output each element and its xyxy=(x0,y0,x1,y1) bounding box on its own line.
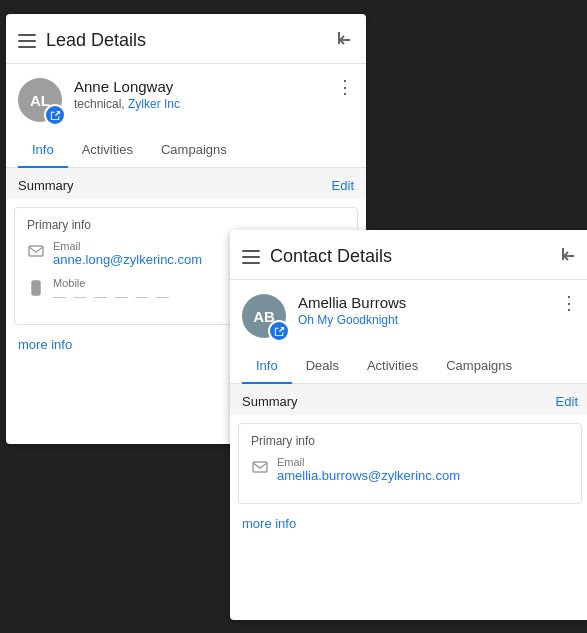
contact-hamburger-icon[interactable] xyxy=(242,250,260,264)
lead-mobile-content: Mobile — — — — — — xyxy=(53,277,171,304)
contact-sub: Oh My Goodknight xyxy=(298,313,578,327)
lead-more-info-link[interactable]: more info xyxy=(6,333,84,360)
lead-contact-name: Anne Longway xyxy=(74,78,354,95)
contact-collapse-icon[interactable] xyxy=(558,244,578,269)
contact-contact-row: AB Amellia Burrows Oh My Goodknight ⋮ xyxy=(230,280,587,348)
contact-tabs: Info Deals Activities Campaigns xyxy=(230,348,587,384)
contact-card-header: Contact Details xyxy=(230,230,587,280)
lead-contact-sub: technical, Zylker Inc xyxy=(74,97,354,111)
contact-card-title: Contact Details xyxy=(270,246,392,267)
lead-edit-link[interactable]: Edit xyxy=(332,178,354,193)
contact-more-btn[interactable]: ⋮ xyxy=(560,294,578,312)
contact-tab-activities[interactable]: Activities xyxy=(353,348,432,383)
contact-summary-bar: Summary Edit xyxy=(230,384,587,415)
lead-card-title: Lead Details xyxy=(46,30,146,51)
contact-tab-campaigns[interactable]: Campaigns xyxy=(432,348,526,383)
contact-primary-info-label: Primary info xyxy=(251,434,569,448)
svg-point-4 xyxy=(35,292,37,294)
contact-email-icon xyxy=(251,458,269,476)
contact-avatar-wrap: AB xyxy=(242,294,286,338)
svg-rect-2 xyxy=(29,246,43,256)
contact-company-link[interactable]: Oh My Goodknight xyxy=(298,313,398,327)
lead-tab-activities[interactable]: Activities xyxy=(68,132,147,167)
collapse-icon[interactable] xyxy=(334,28,354,53)
contact-summary-label: Summary xyxy=(242,394,298,409)
lead-tab-campaigns[interactable]: Campaigns xyxy=(147,132,241,167)
lead-contact-row: AL Anne Longway technical, Zylker Inc ⋮ xyxy=(6,64,366,132)
svg-rect-7 xyxy=(253,462,267,472)
contact-more-info-link[interactable]: more info xyxy=(230,512,308,539)
lead-email-label: Email xyxy=(53,240,202,252)
contact-header-left: Contact Details xyxy=(242,246,392,267)
header-left: Lead Details xyxy=(18,30,146,51)
contact-info-section: Primary info Email amellia.burrows@zylke… xyxy=(238,423,582,504)
lead-mobile-icon xyxy=(27,279,45,297)
contact-email-row: Email amellia.burrows@zylkerinc.com xyxy=(251,456,569,483)
contact-email-content: Email amellia.burrows@zylkerinc.com xyxy=(277,456,460,483)
lead-mobile-label: Mobile xyxy=(53,277,171,289)
contact-tab-deals[interactable]: Deals xyxy=(292,348,353,383)
lead-summary-label: Summary xyxy=(18,178,74,193)
contact-details-card: Contact Details AB Amellia Burrows xyxy=(230,230,587,620)
lead-mobile-value: — — — — — — xyxy=(53,289,171,304)
lead-contact-info: Anne Longway technical, Zylker Inc xyxy=(74,78,354,111)
contact-edit-link[interactable]: Edit xyxy=(556,394,578,409)
lead-summary-bar: Summary Edit xyxy=(6,168,366,199)
lead-tabs: Info Activities Campaigns xyxy=(6,132,366,168)
lead-email-value[interactable]: anne.long@zylkerinc.com xyxy=(53,252,202,267)
contact-email-label: Email xyxy=(277,456,460,468)
lead-tab-info[interactable]: Info xyxy=(18,132,68,167)
lead-company-link[interactable]: Zylker Inc xyxy=(128,97,180,111)
lead-email-content: Email anne.long@zylkerinc.com xyxy=(53,240,202,267)
lead-avatar-wrap: AL xyxy=(18,78,62,122)
contact-email-value[interactable]: amellia.burrows@zylkerinc.com xyxy=(277,468,460,483)
lead-more-btn[interactable]: ⋮ xyxy=(336,78,354,96)
contact-external-link-btn[interactable] xyxy=(268,320,290,342)
contact-tab-info[interactable]: Info xyxy=(242,348,292,383)
lead-card-header: Lead Details xyxy=(6,14,366,64)
contact-contact-info: Amellia Burrows Oh My Goodknight xyxy=(298,294,578,327)
lead-email-icon xyxy=(27,242,45,260)
contact-name: Amellia Burrows xyxy=(298,294,578,311)
hamburger-icon[interactable] xyxy=(18,34,36,48)
lead-external-link-btn[interactable] xyxy=(44,104,66,126)
